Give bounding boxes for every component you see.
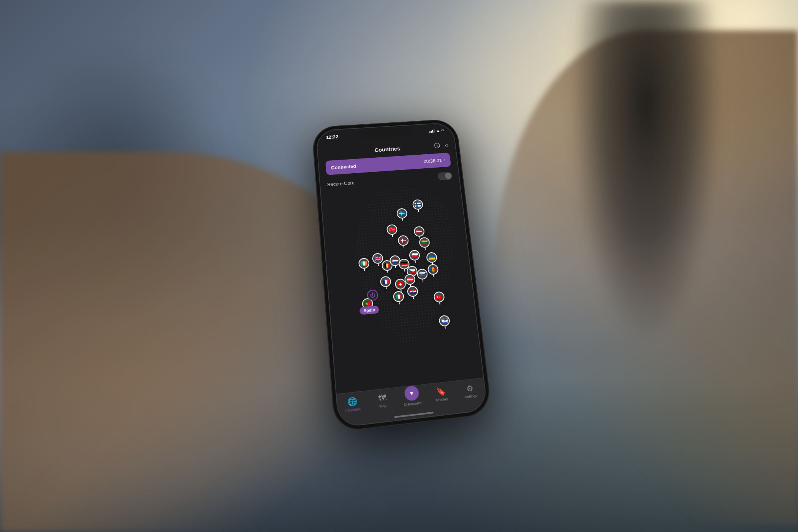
timer-value: 00:36:01: [423, 158, 442, 164]
signal-bar-1: [429, 131, 431, 133]
flag-pin-croatia: 🇭🇷: [407, 285, 418, 299]
toggle-thumb: [445, 173, 452, 179]
flag-pin-italy: 🇮🇹: [393, 291, 405, 305]
signal-bar-4: [434, 129, 435, 132]
profiles-icon: 🔖: [436, 386, 446, 397]
disconnect-label: Disconnect: [404, 401, 422, 407]
disconnect-arrow-icon: ▼: [408, 390, 415, 397]
nav-title: Countries: [374, 145, 401, 153]
status-icons: ▲: [429, 128, 444, 133]
flag-pin-ireland: 🇮🇪: [358, 258, 370, 271]
tab-map[interactable]: 🗺 Map: [367, 391, 398, 410]
flag-pin-slovakia: 🇸🇰: [416, 269, 428, 282]
flag-pin-finland: 🇫🇮: [412, 199, 424, 212]
flag-pin-lithuania: 🇱🇹: [419, 237, 431, 250]
secure-core-label: Secure Core: [327, 180, 355, 187]
search-icon[interactable]: ⌕: [445, 142, 449, 149]
signal-bars: [429, 129, 435, 133]
info-icon[interactable]: ⓘ: [434, 142, 440, 150]
flag-pin-turkey: 🇹🇷: [433, 291, 445, 305]
tab-disconnect[interactable]: ▼ Disconnect: [397, 388, 428, 408]
phone-notch: [358, 125, 413, 139]
flag-pin-norway: 🇳🇴: [386, 224, 398, 238]
flag-pin-ukraine: 🇺🇦: [426, 252, 438, 266]
map-area: 🇸🇪🇫🇮🇳🇴🇩🇰🇱🇻🇱🇹🇬🇧🇮🇪🇧🇪🇳🇱🇩🇪🇵🇱🇨🇿🇸🇰🇲🇩🇺🇦🇫🇷🇨🇭🇦🇹🇵🇹…: [321, 181, 483, 394]
battery-icon: [441, 129, 444, 131]
flag-pin-sweden: 🇸🇪: [396, 208, 408, 221]
flag-pin-poland: 🇵🇱: [409, 250, 421, 263]
wifi-icon: ▲: [436, 128, 440, 133]
flag-pin-moldova: 🇲🇩: [428, 264, 439, 277]
person-silhouette: [570, 0, 722, 342]
countries-icon: 🌐: [347, 396, 358, 407]
flag-pin-israel: 🇮🇱: [439, 315, 451, 329]
tab-settings[interactable]: ⚙ Settings: [455, 381, 486, 400]
connected-label: Connected: [331, 163, 356, 170]
banner-chevron: ›: [444, 158, 446, 162]
disconnect-circle: ▼: [404, 385, 420, 401]
tab-profiles[interactable]: 🔖 Profiles: [426, 384, 457, 403]
flag-pin-france: 🇫🇷: [380, 276, 392, 290]
map-label: Map: [379, 404, 386, 408]
tab-countries[interactable]: 🌐 Countries: [337, 394, 368, 413]
secure-core-toggle[interactable]: [437, 172, 453, 180]
profiles-label: Profiles: [436, 397, 448, 402]
status-time: 12:22: [326, 134, 339, 140]
countries-label: Countries: [345, 407, 361, 413]
settings-label: Settings: [464, 394, 477, 399]
flag-pin-denmark: 🇩🇰: [397, 235, 409, 248]
settings-icon: ⚙: [466, 383, 474, 393]
nav-icons: ⓘ ⌕: [434, 141, 449, 149]
connected-timer: 00:36:01 ›: [423, 157, 446, 164]
map-icon: 🗺: [378, 393, 386, 403]
